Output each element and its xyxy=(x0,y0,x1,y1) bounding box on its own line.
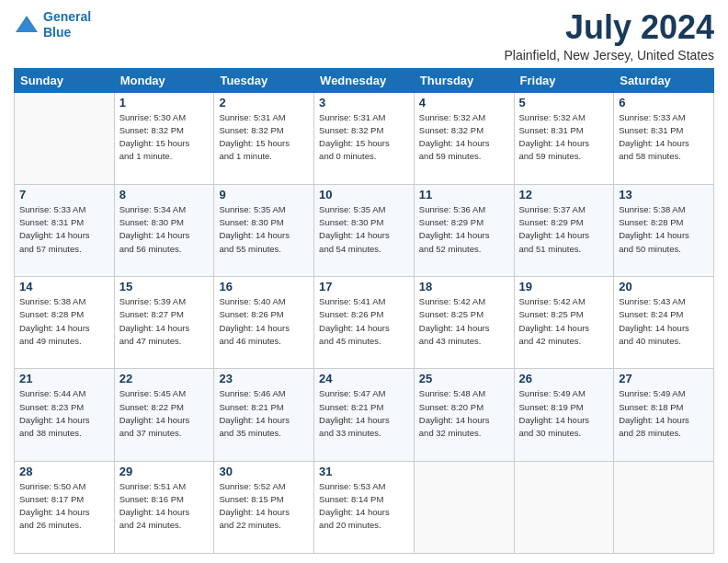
day-number: 1 xyxy=(119,96,210,109)
day-info: Sunrise: 5:48 AM Sunset: 8:20 PM Dayligh… xyxy=(419,387,509,440)
calendar-cell: 11Sunrise: 5:36 AM Sunset: 8:29 PM Dayli… xyxy=(414,184,514,276)
calendar-cell: 19Sunrise: 5:42 AM Sunset: 8:25 PM Dayli… xyxy=(514,277,614,369)
header-tuesday: Tuesday xyxy=(214,68,314,92)
day-info: Sunrise: 5:31 AM Sunset: 8:32 PM Dayligh… xyxy=(219,111,309,164)
day-number: 19 xyxy=(519,280,609,293)
calendar-week-row-4: 21Sunrise: 5:44 AM Sunset: 8:23 PM Dayli… xyxy=(15,369,714,461)
logo: General Blue xyxy=(14,9,91,40)
day-number: 15 xyxy=(119,280,210,293)
day-number: 12 xyxy=(519,188,609,201)
day-info: Sunrise: 5:50 AM Sunset: 8:17 PM Dayligh… xyxy=(19,480,109,533)
header-wednesday: Wednesday xyxy=(314,68,415,92)
day-info: Sunrise: 5:32 AM Sunset: 8:31 PM Dayligh… xyxy=(519,111,609,164)
day-info: Sunrise: 5:46 AM Sunset: 8:21 PM Dayligh… xyxy=(219,387,309,440)
calendar-cell: 6Sunrise: 5:33 AM Sunset: 8:31 PM Daylig… xyxy=(614,92,714,184)
calendar-cell: 4Sunrise: 5:32 AM Sunset: 8:32 PM Daylig… xyxy=(414,92,514,184)
day-info: Sunrise: 5:43 AM Sunset: 8:24 PM Dayligh… xyxy=(619,295,709,348)
day-number: 18 xyxy=(419,280,509,293)
calendar-cell: 3Sunrise: 5:31 AM Sunset: 8:32 PM Daylig… xyxy=(314,92,415,184)
main-title: July 2024 xyxy=(504,9,714,46)
calendar-cell: 30Sunrise: 5:52 AM Sunset: 8:15 PM Dayli… xyxy=(214,461,314,553)
day-number: 24 xyxy=(319,372,409,385)
day-info: Sunrise: 5:34 AM Sunset: 8:30 PM Dayligh… xyxy=(119,203,210,256)
calendar-cell: 12Sunrise: 5:37 AM Sunset: 8:29 PM Dayli… xyxy=(514,184,614,276)
calendar-cell: 16Sunrise: 5:40 AM Sunset: 8:26 PM Dayli… xyxy=(214,277,314,369)
day-info: Sunrise: 5:40 AM Sunset: 8:26 PM Dayligh… xyxy=(219,295,309,348)
day-number: 22 xyxy=(119,372,210,385)
day-info: Sunrise: 5:37 AM Sunset: 8:29 PM Dayligh… xyxy=(519,203,609,256)
header-sunday: Sunday xyxy=(15,68,115,92)
logo-text: General Blue xyxy=(43,9,91,40)
day-number: 2 xyxy=(219,96,309,109)
day-info: Sunrise: 5:49 AM Sunset: 8:19 PM Dayligh… xyxy=(519,387,609,440)
calendar-cell: 2Sunrise: 5:31 AM Sunset: 8:32 PM Daylig… xyxy=(214,92,314,184)
day-number: 14 xyxy=(19,280,109,293)
day-info: Sunrise: 5:42 AM Sunset: 8:25 PM Dayligh… xyxy=(419,295,509,348)
calendar-cell: 13Sunrise: 5:38 AM Sunset: 8:28 PM Dayli… xyxy=(614,184,714,276)
subtitle: Plainfield, New Jersey, United States xyxy=(504,48,714,63)
calendar-cell xyxy=(414,461,514,553)
calendar-table: Sunday Monday Tuesday Wednesday Thursday… xyxy=(14,68,714,554)
logo-line1: General xyxy=(43,9,91,24)
logo-line2: Blue xyxy=(43,25,71,40)
day-info: Sunrise: 5:45 AM Sunset: 8:22 PM Dayligh… xyxy=(119,387,210,440)
day-number: 6 xyxy=(619,96,709,109)
day-number: 5 xyxy=(519,96,609,109)
calendar-cell: 7Sunrise: 5:33 AM Sunset: 8:31 PM Daylig… xyxy=(15,184,115,276)
calendar-week-row-5: 28Sunrise: 5:50 AM Sunset: 8:17 PM Dayli… xyxy=(15,461,714,553)
day-info: Sunrise: 5:38 AM Sunset: 8:28 PM Dayligh… xyxy=(19,295,109,348)
day-info: Sunrise: 5:44 AM Sunset: 8:23 PM Dayligh… xyxy=(19,387,109,440)
day-number: 9 xyxy=(219,188,309,201)
calendar-cell: 31Sunrise: 5:53 AM Sunset: 8:14 PM Dayli… xyxy=(314,461,415,553)
day-info: Sunrise: 5:33 AM Sunset: 8:31 PM Dayligh… xyxy=(19,203,109,256)
calendar-cell: 21Sunrise: 5:44 AM Sunset: 8:23 PM Dayli… xyxy=(15,369,115,461)
day-number: 21 xyxy=(19,372,109,385)
page: General Blue July 2024 Plainfield, New J… xyxy=(0,0,728,563)
day-number: 7 xyxy=(19,188,109,201)
header-thursday: Thursday xyxy=(414,68,514,92)
day-number: 25 xyxy=(419,372,509,385)
header-friday: Friday xyxy=(514,68,614,92)
day-info: Sunrise: 5:41 AM Sunset: 8:26 PM Dayligh… xyxy=(319,295,409,348)
calendar-cell: 23Sunrise: 5:46 AM Sunset: 8:21 PM Dayli… xyxy=(214,369,314,461)
day-number: 16 xyxy=(219,280,309,293)
day-number: 31 xyxy=(319,465,409,478)
day-info: Sunrise: 5:51 AM Sunset: 8:16 PM Dayligh… xyxy=(119,480,210,533)
calendar-cell: 18Sunrise: 5:42 AM Sunset: 8:25 PM Dayli… xyxy=(414,277,514,369)
calendar-cell xyxy=(15,92,115,184)
day-info: Sunrise: 5:31 AM Sunset: 8:32 PM Dayligh… xyxy=(319,111,409,164)
day-number: 17 xyxy=(319,280,409,293)
header-saturday: Saturday xyxy=(614,68,714,92)
day-info: Sunrise: 5:35 AM Sunset: 8:30 PM Dayligh… xyxy=(219,203,309,256)
calendar-cell: 22Sunrise: 5:45 AM Sunset: 8:22 PM Dayli… xyxy=(114,369,214,461)
calendar-cell: 8Sunrise: 5:34 AM Sunset: 8:30 PM Daylig… xyxy=(114,184,214,276)
day-number: 8 xyxy=(119,188,210,201)
calendar-cell xyxy=(514,461,614,553)
calendar-header-row: Sunday Monday Tuesday Wednesday Thursday… xyxy=(15,68,714,92)
day-info: Sunrise: 5:38 AM Sunset: 8:28 PM Dayligh… xyxy=(619,203,709,256)
calendar-cell: 9Sunrise: 5:35 AM Sunset: 8:30 PM Daylig… xyxy=(214,184,314,276)
header: General Blue July 2024 Plainfield, New J… xyxy=(14,9,714,63)
title-area: July 2024 Plainfield, New Jersey, United… xyxy=(504,9,714,63)
day-number: 30 xyxy=(219,465,309,478)
calendar-cell: 26Sunrise: 5:49 AM Sunset: 8:19 PM Dayli… xyxy=(514,369,614,461)
day-number: 4 xyxy=(419,96,509,109)
day-number: 23 xyxy=(219,372,309,385)
calendar-week-row-1: 1Sunrise: 5:30 AM Sunset: 8:32 PM Daylig… xyxy=(15,92,714,184)
calendar-cell: 25Sunrise: 5:48 AM Sunset: 8:20 PM Dayli… xyxy=(414,369,514,461)
calendar-week-row-2: 7Sunrise: 5:33 AM Sunset: 8:31 PM Daylig… xyxy=(15,184,714,276)
header-monday: Monday xyxy=(114,68,214,92)
calendar-cell: 17Sunrise: 5:41 AM Sunset: 8:26 PM Dayli… xyxy=(314,277,415,369)
calendar-cell: 1Sunrise: 5:30 AM Sunset: 8:32 PM Daylig… xyxy=(114,92,214,184)
calendar-cell xyxy=(614,461,714,553)
day-info: Sunrise: 5:35 AM Sunset: 8:30 PM Dayligh… xyxy=(319,203,409,256)
day-number: 29 xyxy=(119,465,210,478)
day-number: 20 xyxy=(619,280,709,293)
logo-icon xyxy=(14,12,40,38)
day-info: Sunrise: 5:32 AM Sunset: 8:32 PM Dayligh… xyxy=(419,111,509,164)
calendar-cell: 14Sunrise: 5:38 AM Sunset: 8:28 PM Dayli… xyxy=(15,277,115,369)
day-info: Sunrise: 5:47 AM Sunset: 8:21 PM Dayligh… xyxy=(319,387,409,440)
day-info: Sunrise: 5:52 AM Sunset: 8:15 PM Dayligh… xyxy=(219,480,309,533)
calendar-cell: 29Sunrise: 5:51 AM Sunset: 8:16 PM Dayli… xyxy=(114,461,214,553)
day-info: Sunrise: 5:49 AM Sunset: 8:18 PM Dayligh… xyxy=(619,387,709,440)
